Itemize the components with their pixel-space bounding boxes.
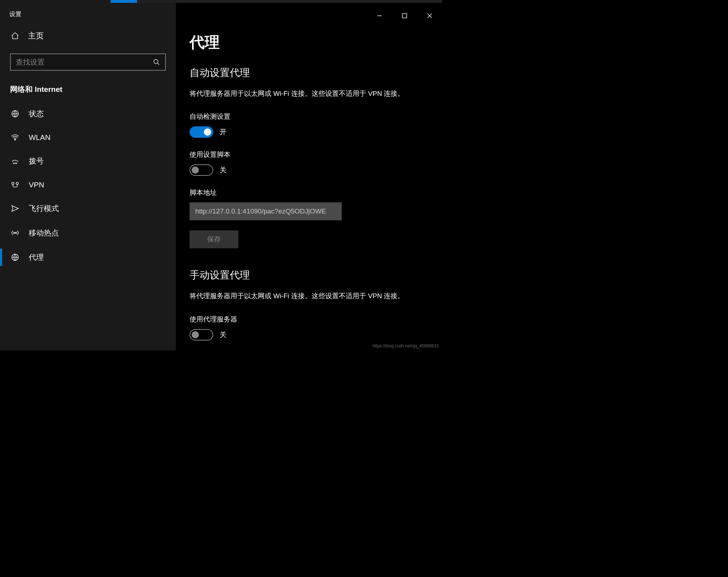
sidebar-item-label: 飞行模式 [29, 203, 59, 214]
sidebar-item-label: WLAN [29, 133, 51, 142]
use-proxy-toggle[interactable] [190, 329, 213, 341]
sidebar-item-airplane[interactable]: 飞行模式 [0, 196, 176, 221]
close-button[interactable] [417, 9, 442, 23]
use-script-toggle[interactable] [190, 164, 213, 176]
maximize-button[interactable] [392, 9, 417, 23]
app-title: 设置 [0, 7, 176, 25]
auto-section-desc: 将代理服务器用于以太网或 Wi-Fi 连接。这些设置不适用于 VPN 连接。 [190, 88, 429, 110]
auto-detect-toggle[interactable] [190, 126, 213, 138]
category-header: 网络和 Internet [0, 78, 176, 102]
window-controls [367, 9, 442, 23]
dialup-icon [11, 157, 19, 165]
svg-point-9 [15, 233, 16, 234]
search-wrap [0, 46, 176, 78]
auto-detect-toggle-row: 开 [190, 126, 429, 148]
manual-section-desc: 将代理服务器用于以太网或 Wi-Fi 连接。这些设置不适用于 VPN 连接。 [190, 291, 429, 312]
use-script-label: 使用设置脚本 [190, 148, 429, 164]
search-box[interactable] [10, 53, 166, 71]
svg-point-5 [15, 163, 15, 164]
use-proxy-state: 关 [220, 330, 227, 339]
sidebar-item-status[interactable]: 状态 [0, 102, 176, 126]
watermark: https://blog.csdn.net/qq_45688633 [373, 343, 439, 348]
script-address-input[interactable] [190, 202, 342, 220]
svg-point-3 [15, 139, 16, 140]
auto-detect-state: 开 [220, 127, 227, 137]
sidebar-item-proxy[interactable]: 代理 [0, 245, 176, 269]
sidebar-item-wlan[interactable]: WLAN [0, 126, 176, 149]
minimize-button[interactable] [367, 9, 392, 23]
sidebar-item-label: 状态 [29, 109, 44, 119]
search-icon [153, 58, 160, 66]
hotspot-icon [11, 229, 19, 237]
sidebar-item-dialup[interactable]: 拨号 [0, 149, 176, 173]
auto-section-title: 自动设置代理 [190, 66, 429, 88]
sidebar-item-label: 拨号 [29, 156, 44, 166]
svg-point-0 [154, 60, 158, 64]
search-input[interactable] [16, 58, 153, 66]
use-script-state: 关 [220, 165, 227, 175]
home-icon [11, 32, 19, 40]
vpn-icon [11, 180, 19, 189]
window: 设置 主页 网络和 Internet 状态 [0, 3, 442, 351]
sidebar-item-label: VPN [29, 180, 44, 189]
proxy-icon [11, 253, 19, 262]
home-label: 主页 [28, 31, 44, 41]
nav-list: 状态 WLAN 拨号 VPN [0, 102, 176, 269]
status-icon [11, 109, 19, 118]
svg-point-6 [16, 163, 17, 164]
svg-line-1 [158, 63, 159, 65]
sidebar: 设置 主页 网络和 Internet 状态 [0, 3, 176, 351]
manual-section-title: 手动设置代理 [190, 268, 429, 291]
use-proxy-label: 使用代理服务器 [190, 313, 429, 329]
titlebar-strip [0, 0, 442, 3]
save-button[interactable]: 保存 [190, 230, 238, 248]
main-content: 代理 自动设置代理 将代理服务器用于以太网或 Wi-Fi 连接。这些设置不适用于… [176, 3, 442, 351]
svg-point-8 [16, 182, 18, 184]
sidebar-item-label: 移动热点 [29, 228, 59, 238]
script-address-label: 脚本地址 [190, 186, 429, 202]
airplane-icon [11, 204, 19, 213]
svg-rect-12 [402, 14, 407, 18]
svg-point-4 [13, 163, 14, 164]
use-script-toggle-row: 关 [190, 164, 429, 186]
home-button[interactable]: 主页 [0, 25, 176, 46]
svg-point-7 [12, 182, 14, 184]
auto-detect-label: 自动检测设置 [190, 110, 429, 126]
wifi-icon [11, 133, 19, 142]
sidebar-item-hotspot[interactable]: 移动热点 [0, 221, 176, 245]
sidebar-item-vpn[interactable]: VPN [0, 173, 176, 196]
sidebar-item-label: 代理 [29, 252, 44, 262]
